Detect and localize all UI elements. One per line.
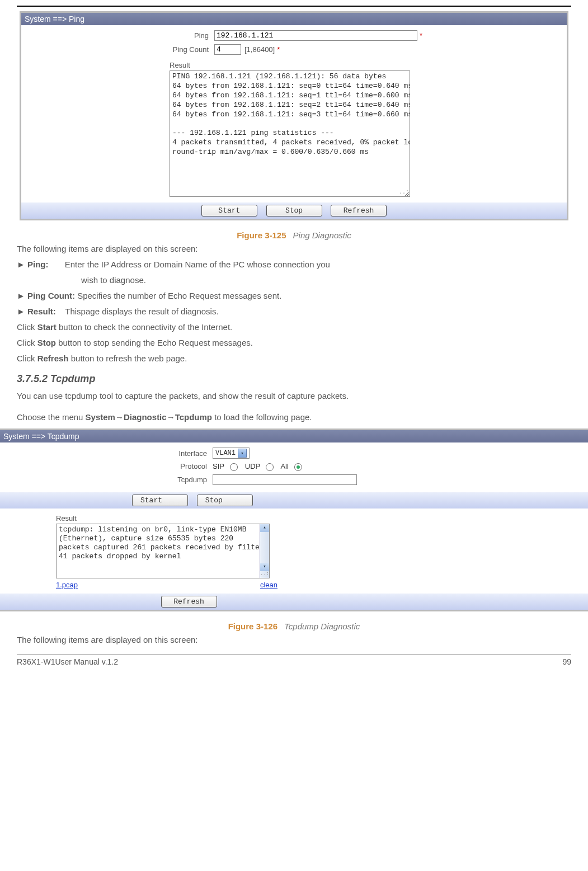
ping-result-box[interactable]: PING 192.168.1.121 (192.168.1.121): 56 d… (170, 70, 410, 197)
proto-udp-radio[interactable] (266, 463, 274, 471)
tcpdump-input[interactable] (213, 474, 357, 485)
ping-panel: System ==> Ping Ping * Ping Count [1,864… (20, 11, 568, 220)
ping-count-hint: [1,86400]* (241, 45, 280, 54)
bottom-rule (17, 655, 571, 655)
proto-all-label: All (280, 462, 288, 470)
tcpdump-button-bar-1: Start Stop (0, 492, 588, 509)
tcpdump-result-label: Result (56, 514, 588, 522)
interface-label: Interface (0, 449, 213, 458)
ping-label: Ping (21, 31, 214, 40)
ping-count-label: Ping Count (21, 45, 214, 54)
scroll-down-icon[interactable]: ▾ (260, 563, 269, 571)
tcpdump-button-bar-2: Refresh (0, 594, 588, 610)
ping-result-label: Result (170, 61, 567, 69)
start-button[interactable]: Start (201, 205, 257, 216)
figure-126-caption: Figure 3-126Tcpdump Diagnostic (0, 622, 588, 631)
refresh-button[interactable]: Refresh (331, 205, 387, 216)
section-tcpdump-heading: 3.7.5.2 Tcpdump (17, 373, 571, 385)
footer-page: 99 (562, 657, 571, 666)
required-mark: * (417, 31, 422, 40)
tcpdump-result-box[interactable]: tcpdump: listening on br0, link-type EN1… (56, 524, 270, 578)
tcpdump-intro: You can use tcpdump tool to capture the … (17, 389, 571, 424)
footer-left: R36X1-W1User Manual v.1.2 (17, 657, 118, 666)
proto-all-radio[interactable] (294, 463, 302, 471)
proto-sip-radio[interactable] (230, 463, 238, 471)
tcpdump-result-text: tcpdump: listening on br0, link-type EN1… (57, 524, 269, 578)
resize-icon[interactable]: ..: (399, 189, 409, 196)
clean-link[interactable]: clean (260, 581, 277, 589)
ping-result-text: PING 192.168.1.121 (192.168.1.121): 56 d… (172, 72, 410, 156)
tcpdump-start-button[interactable]: Start (132, 495, 188, 506)
proto-udp-label: UDP (245, 462, 260, 470)
ping-description: The following items are displayed on thi… (17, 242, 571, 365)
resize-icon[interactable]: ..: (260, 571, 269, 578)
ping-count-input[interactable] (214, 44, 241, 55)
scrollbar[interactable]: ▴ ▾ ..: (260, 524, 269, 578)
interface-select[interactable]: VLAN1 ▾ (213, 448, 250, 459)
tcpdump-stop-button[interactable]: Stop (197, 495, 253, 506)
pcap-link[interactable]: 1.pcap (56, 581, 78, 589)
tcpdump-outro: The following items are displayed on thi… (17, 633, 571, 647)
tcpdump-refresh-button[interactable]: Refresh (161, 596, 217, 608)
figure-125-caption: Figure 3-125Ping Diagnostic (0, 230, 588, 240)
protocol-label: Protocol (0, 462, 213, 470)
footer: R36X1-W1User Manual v.1.2 99 (0, 657, 588, 666)
scroll-up-icon[interactable]: ▴ (260, 524, 269, 532)
ping-title: System ==> Ping (21, 13, 567, 25)
top-rule (17, 6, 571, 7)
ping-button-bar: Start Stop Refresh (21, 203, 567, 219)
tcpdump-panel: System ==> Tcpdump Interface VLAN1 ▾ Pro… (0, 429, 588, 611)
ping-input[interactable] (214, 30, 417, 41)
tcpdump-title: System ==> Tcpdump (0, 430, 588, 442)
tcpdump-field-label: Tcpdump (0, 475, 213, 484)
chevron-down-icon: ▾ (238, 449, 247, 458)
proto-sip-label: SIP (213, 462, 224, 470)
stop-button[interactable]: Stop (266, 205, 322, 216)
